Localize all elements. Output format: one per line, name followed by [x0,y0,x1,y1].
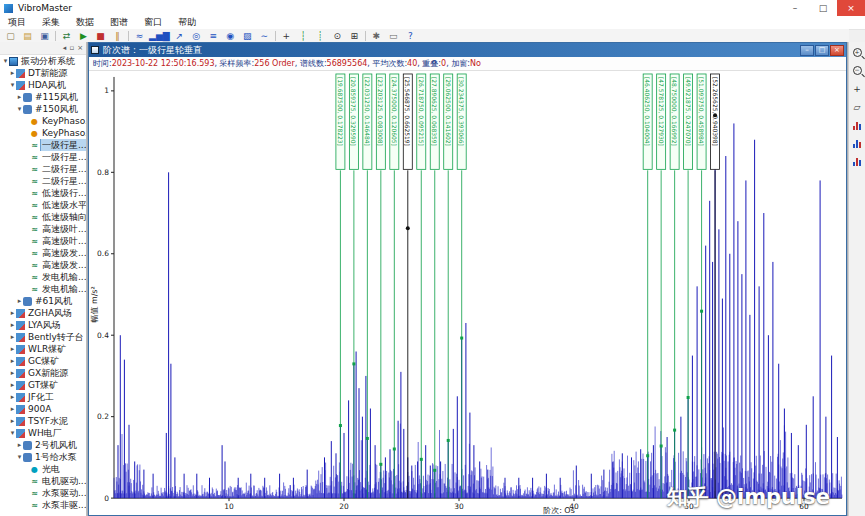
orbit-chart-icon[interactable]: ◎ [188,30,205,42]
connect-device-icon[interactable]: ⇄ [58,30,75,42]
help-icon[interactable]: ? [402,30,419,42]
save-icon[interactable]: ▣ [36,30,53,42]
child-minimize-button[interactable]: – [800,45,814,56]
panel-back-icon[interactable]: ◂ [63,45,67,52]
tree-expander-icon[interactable]: ▸ [16,93,23,101]
start-acquisition-icon[interactable]: ▶ [75,30,92,42]
tree-item[interactable]: ≈电机驱动... [0,475,86,487]
menu-item[interactable]: 采集 [34,16,68,29]
tree-expander-icon[interactable]: ▾ [16,453,23,461]
spectrum-chart-icon[interactable]: ▂▅▇ [148,30,171,42]
tree-expander-icon[interactable]: ▸ [16,297,23,305]
tree-item[interactable]: ▸TSYF水泥 [0,415,86,427]
tree-item[interactable]: ▾HDA风机 [0,79,86,91]
settings-icon[interactable]: ✱ [368,30,385,42]
tree-expander-icon[interactable]: ▾ [9,81,16,89]
tree-item[interactable]: ▸JF化工 [0,391,86,403]
tree-item[interactable]: ▸LYA风场 [0,319,86,331]
harmonic-cursor-icon[interactable]: ┆ [295,30,312,42]
chart-style-mixed-icon[interactable] [851,154,864,167]
tree-item[interactable]: ≈高速级叶... [0,235,86,247]
tree-expander-icon[interactable]: ▸ [9,309,16,317]
open-project-icon[interactable]: ▤ [19,30,36,42]
cascade-chart-icon[interactable]: ▨ [239,30,256,42]
cursor-icon[interactable]: + [278,30,295,42]
tree-expander-icon[interactable]: ▾ [9,429,16,437]
tree-item[interactable]: ▸#115风机 [0,91,86,103]
menu-item[interactable]: 数据 [68,16,102,29]
tree-item[interactable]: ●KeyPhaso... [0,115,86,127]
trend-chart-icon[interactable]: ↗ [171,30,188,42]
tree-expander-icon[interactable]: ▾ [2,57,9,65]
panel-pin-icon[interactable]: ▫ [69,45,74,52]
tree-item[interactable]: ▸2号机风机 [0,439,86,451]
chart-style-blue-icon[interactable] [851,136,864,149]
tree-item[interactable]: ≈低速级轴向 [0,211,86,223]
tree-item[interactable]: ●光电 [0,463,86,475]
bode-chart-icon[interactable]: ∼ [256,30,273,42]
window-maximize-button[interactable]: □ [809,0,837,16]
tree-expander-icon[interactable]: ▾ [16,105,23,113]
child-maximize-button[interactable]: □ [815,45,829,56]
tree-expander-icon[interactable]: ▸ [9,321,16,329]
zoom-out-icon[interactable]: − [851,64,864,77]
menu-item[interactable]: 图谱 [102,16,136,29]
window-close-button[interactable]: × [837,0,865,16]
waterfall-chart-icon[interactable]: ≡ [205,30,222,42]
tree-item[interactable]: ≈发电机输... [0,283,86,295]
window-titlebar[interactable]: VibroMaster – □ × [0,0,865,17]
tree-item[interactable]: ▾WH电厂 [0,427,86,439]
grid-icon[interactable]: ⊞ [346,30,363,42]
spectrum-chart[interactable]: 00.20.40.60.81102030405060幅值 m/s²阶次: Os[… [89,71,846,515]
tree-expander-icon[interactable]: ▸ [9,333,16,341]
tree-item[interactable]: ≈发电机输... [0,271,86,283]
tree-item[interactable]: ≈低速级水平 [0,199,86,211]
spectrum-window-titlebar[interactable]: 阶次谱：一级行星轮垂直 – □ × [89,43,846,57]
tree-item[interactable]: ≈二级行星... [0,175,86,187]
tree-item[interactable]: ≈高速级发... [0,259,86,271]
menu-item[interactable]: 项目 [0,16,34,29]
polar-chart-icon[interactable]: ◉ [222,30,239,42]
tree-item[interactable]: ▸GC煤矿 [0,355,86,367]
tree-item[interactable]: ≈一级行星... [0,139,86,151]
pan-icon[interactable]: + [851,82,864,95]
tree-expander-icon[interactable]: ▸ [9,357,16,365]
chart-style-red-icon[interactable] [851,118,864,131]
tree-item[interactable]: ≈水泵非驱... [0,499,86,511]
tree-item[interactable]: ≈二级行星... [0,163,86,175]
erase-marks-icon[interactable]: ▱ [851,100,864,113]
report-icon[interactable]: ▭ [385,30,402,42]
tree-item[interactable]: ≈高速级发... [0,247,86,259]
tree-item[interactable]: ▾#150风机 [0,103,86,115]
tree-expander-icon[interactable]: ▸ [9,393,16,401]
tree-item[interactable]: ▸GX新能源 [0,367,86,379]
stop-acquisition-icon[interactable]: ■ [92,30,109,42]
zoom-tool-icon[interactable]: ⊙ [329,30,346,42]
child-close-button[interactable]: × [830,45,844,56]
tree-item[interactable]: ●KeyPhaso... [0,127,86,139]
tree-expander-icon[interactable]: ▸ [9,381,16,389]
tree-item[interactable]: ▾1号给水泵 [0,451,86,463]
tree-item[interactable]: ▸DT新能源 [0,67,86,79]
tree-expander-icon[interactable]: ▸ [9,345,16,353]
tree-expander-icon[interactable]: ▸ [9,417,16,425]
tree-item[interactable]: ≈水泵驱动... [0,487,86,499]
waveform-chart-icon[interactable]: ≈ [131,30,148,42]
sideband-cursor-icon[interactable]: ┊ [312,30,329,42]
panel-close-icon[interactable]: × [77,45,83,52]
tree-expander-icon[interactable]: ▸ [16,441,23,449]
menu-item[interactable]: 帮助 [170,16,204,29]
tree-item[interactable]: ▸Bently转子台 [0,331,86,343]
tree-item[interactable]: ▸GT煤矿 [0,379,86,391]
tree-item[interactable]: ▸900A [0,403,86,415]
tree-item[interactable]: ≈高速级叶... [0,223,86,235]
tree-expander-icon[interactable]: ▸ [9,405,16,413]
menu-item[interactable]: 窗口 [136,16,170,29]
tree-item[interactable]: ▸WLR煤矿 [0,343,86,355]
zoom-in-icon[interactable]: + [851,46,864,59]
new-project-icon[interactable]: ▢ [2,30,19,42]
tree-expander-icon[interactable]: ▸ [9,69,16,77]
spectrum-plot[interactable]: 00.20.40.60.81102030405060幅值 m/s²阶次: Os[… [89,71,846,515]
tree-item[interactable]: ▸ZGHA风场 [0,307,86,319]
tree-item[interactable]: ≈低速级行... [0,187,86,199]
